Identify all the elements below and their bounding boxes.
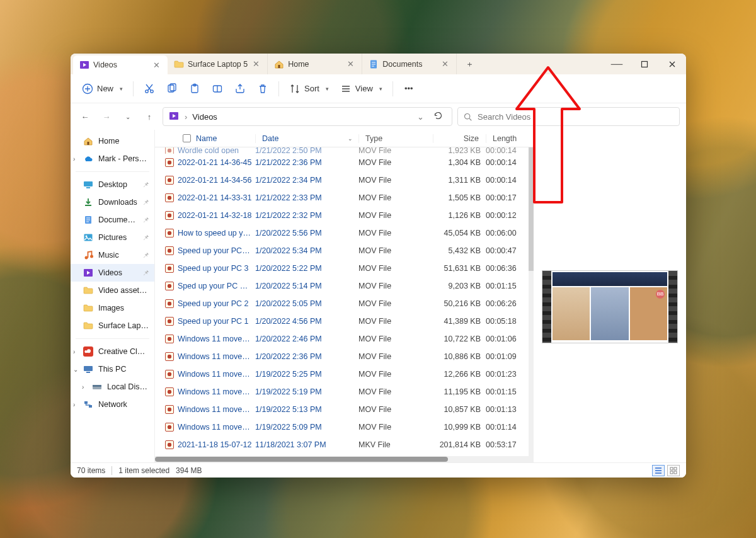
cut-button[interactable] <box>139 79 160 99</box>
recent-button[interactable]: ⌄ <box>120 108 136 125</box>
up-button[interactable]: ↑ <box>141 108 158 125</box>
sidebar-localdisk[interactable]: › Local Disk (C:) <box>71 378 154 396</box>
video-file-icon <box>165 405 174 414</box>
delete-button[interactable] <box>252 79 273 99</box>
file-size: 201,814 KB <box>433 440 486 449</box>
chevron-down-icon[interactable]: ⌄ <box>417 112 424 122</box>
file-row[interactable]: 2022-01-21 14-36-45 1/21/2022 2:36 PM MO… <box>155 154 534 171</box>
svg-point-21 <box>86 236 88 238</box>
creative-cloud-icon <box>83 346 93 357</box>
sidebar-item-label: Documents <box>98 215 137 224</box>
sidebar-onedrive[interactable]: › Mark - Personal <box>71 150 154 168</box>
column-type[interactable]: Type <box>358 134 433 143</box>
sidebar-network[interactable]: › Network <box>71 396 154 413</box>
thumbnails-view-toggle[interactable] <box>667 465 680 476</box>
file-row[interactable]: How to speed up yo... 1/20/2022 5:56 PM … <box>155 224 534 242</box>
file-row[interactable]: Windows 11 move s... 1/20/2022 2:46 PM M… <box>155 330 534 348</box>
rename-icon <box>212 83 223 94</box>
file-row[interactable]: Speed up your PC 1 1/20/2022 4:56 PM MOV… <box>155 312 534 330</box>
tab-home[interactable]: Home ✕ <box>268 54 362 74</box>
maximize-button[interactable] <box>631 54 658 74</box>
tab-documents[interactable]: Documents ✕ <box>362 54 457 74</box>
file-date: 1/20/2022 5:14 PM <box>255 282 358 290</box>
sidebar-item-videos[interactable]: Videos 📌︎ <box>71 264 154 282</box>
sidebar-item-pictures[interactable]: Pictures 📌︎ <box>71 229 154 246</box>
sidebar-item-desktop[interactable]: Desktop 📌︎ <box>71 176 154 193</box>
horizontal-scrollbar[interactable] <box>155 456 534 462</box>
sidebar-item-downloads[interactable]: Downloads 📌︎ <box>71 193 154 211</box>
file-length: 00:00:14 <box>486 147 517 154</box>
cloud-icon <box>83 154 93 164</box>
file-length: 00:01:06 <box>486 335 517 343</box>
refresh-button[interactable] <box>429 111 447 122</box>
close-tab-button[interactable]: ✕ <box>251 59 261 69</box>
details-view-toggle[interactable] <box>652 465 665 476</box>
sidebar-thispc[interactable]: ⌄ This PC <box>71 360 154 378</box>
file-row[interactable]: 2022-01-21 14-33-31 1/21/2022 2:33 PM MO… <box>155 189 534 207</box>
file-row[interactable]: Windows 11 move t... 1/20/2022 2:36 PM M… <box>155 348 534 365</box>
sidebar-item-surface-laptop-5[interactable]: Surface Laptop 5 <box>71 317 154 335</box>
file-row[interactable]: 2021-11-18 15-07-12 11/18/2021 3:07 PM M… <box>155 436 534 454</box>
back-button[interactable]: ← <box>77 108 93 125</box>
svg-rect-31 <box>84 401 88 404</box>
close-tab-button[interactable]: ✕ <box>440 59 450 69</box>
file-name: Windows 11 move t... <box>178 352 252 361</box>
close-tab-button[interactable]: ✕ <box>152 60 161 70</box>
sidebar: Home › Mark - Personal Desktop 📌︎ Downlo… <box>71 130 155 462</box>
paste-button[interactable] <box>184 79 205 99</box>
doc-icon <box>369 59 379 69</box>
file-row[interactable]: Sped up your PC 2 cl... 1/20/2022 5:14 P… <box>155 277 534 295</box>
column-length[interactable]: Length <box>486 134 517 143</box>
new-button[interactable]: New ▾ <box>77 79 128 99</box>
chevron-down-icon: ⌄ <box>348 135 353 142</box>
tab-surface-laptop-5[interactable]: Surface Laptop 5 ✕ <box>168 54 268 74</box>
select-all-checkbox[interactable] <box>183 134 191 142</box>
forward-button[interactable]: → <box>98 108 115 125</box>
file-row[interactable]: Speed up your PC 2 1/20/2022 5:05 PM MOV… <box>155 295 534 312</box>
breadcrumb[interactable]: › Videos ⌄ <box>163 107 452 126</box>
minimize-button[interactable]: ── <box>603 54 631 74</box>
sidebar-item-images[interactable]: Images <box>71 299 154 317</box>
tab-videos[interactable]: Videos ✕ <box>73 55 168 74</box>
file-type: MOV File <box>358 158 433 167</box>
sidebar-creative-cloud[interactable]: › Creative Cloud Files <box>71 343 154 360</box>
vertical-scrollbar[interactable] <box>529 147 534 456</box>
file-row[interactable]: Windows 11 move s... 1/19/2022 5:13 PM M… <box>155 401 534 418</box>
video-file-icon <box>165 193 174 202</box>
file-type: MOV File <box>358 387 433 396</box>
sort-button[interactable]: Sort▾ <box>284 79 334 99</box>
file-row[interactable]: Windows 11 move s... 1/19/2022 5:19 PM M… <box>155 383 534 401</box>
copy-button[interactable] <box>161 79 183 99</box>
close-window-button[interactable] <box>658 54 686 74</box>
share-button[interactable] <box>229 79 251 99</box>
close-tab-button[interactable]: ✕ <box>346 59 355 69</box>
file-row[interactable]: Windows 11 move S... 1/19/2022 5:09 PM M… <box>155 418 534 436</box>
column-name[interactable]: Name <box>155 134 255 143</box>
view-button[interactable]: View▾ <box>335 79 387 99</box>
file-row[interactable]: Speed up your PC 3 ... 1/20/2022 5:34 PM… <box>155 242 534 260</box>
rename-button[interactable] <box>207 79 228 99</box>
sidebar-item-video-assets-for-clip[interactable]: Video assets for Clip <box>71 282 154 299</box>
column-date[interactable]: Date⌄ <box>255 134 358 143</box>
file-row[interactable]: 2022-01-21 14-32-18 1/21/2022 2:32 PM MO… <box>155 207 534 224</box>
file-size: 1,505 KB <box>433 193 486 202</box>
more-button[interactable]: ••• <box>398 79 420 99</box>
pin-icon: 📌︎ <box>142 234 149 241</box>
sidebar-item-music[interactable]: Music 📌︎ <box>71 246 154 264</box>
new-tab-button[interactable]: ＋ <box>457 54 482 74</box>
file-size: 45,054 KB <box>433 229 486 238</box>
file-row[interactable]: Windows 11 move s... 1/19/2022 5:25 PM M… <box>155 365 534 383</box>
file-row[interactable]: 2022-01-21 14-34-56 1/21/2022 2:34 PM MO… <box>155 171 534 189</box>
breadcrumb-item[interactable]: Videos <box>192 112 217 122</box>
file-row[interactable]: Speed up your PC 3 1/20/2022 5:22 PM MOV… <box>155 260 534 277</box>
file-length: 00:01:23 <box>486 370 517 379</box>
pc-icon <box>83 364 93 374</box>
column-size[interactable]: Size <box>433 134 486 143</box>
svg-rect-27 <box>84 366 93 371</box>
svg-rect-36 <box>674 471 677 474</box>
file-row[interactable]: Wordle cold open 1/21/2022 2:50 PM MOV F… <box>155 147 534 154</box>
search-input[interactable]: Search Videos <box>457 107 680 126</box>
sidebar-item-documents[interactable]: Documents 📌︎ <box>71 211 154 229</box>
chevron-right-icon: › <box>73 348 75 355</box>
sidebar-home[interactable]: Home <box>71 132 154 150</box>
